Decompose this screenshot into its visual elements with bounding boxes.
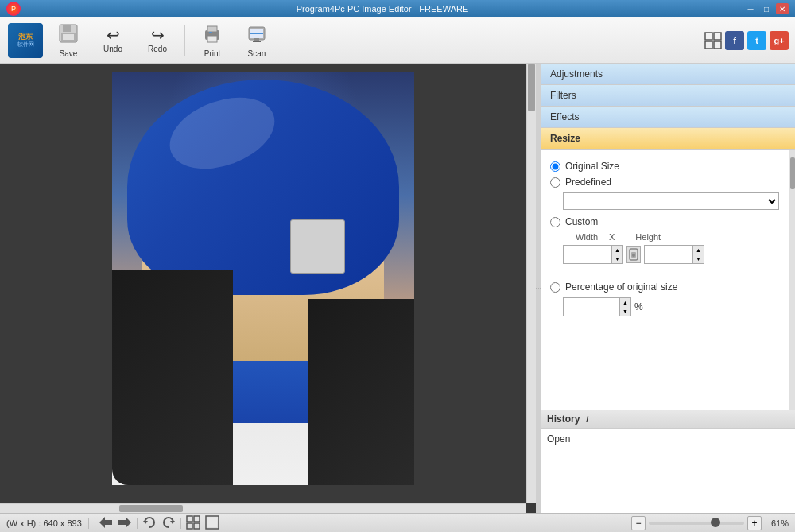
rotate-left-icon[interactable] <box>142 515 157 531</box>
status-bar: (W x H) : 640 x 893 <box>0 513 795 532</box>
height-input-wrap: ▲ ▼ <box>644 245 704 264</box>
panel-content-area: Original Size Predefined Custom <box>541 150 795 410</box>
predefined-label[interactable]: Predefined <box>565 177 611 188</box>
tab-adjustments[interactable]: Adjustments <box>541 64 795 85</box>
image-dimensions: (W x H) : 640 x 893 <box>6 518 82 528</box>
window-controls[interactable]: ─ □ ✕ <box>744 3 789 14</box>
svg-rect-13 <box>705 33 712 40</box>
height-input[interactable] <box>645 246 692 263</box>
rotate-right-icon[interactable] <box>161 515 176 531</box>
original-size-radio[interactable] <box>550 161 560 172</box>
height-spin-up[interactable]: ▲ <box>692 246 704 254</box>
height-spin-down[interactable]: ▼ <box>692 254 704 263</box>
grid-view-icon[interactable] <box>186 515 200 531</box>
zoom-slider[interactable] <box>649 522 744 525</box>
zoom-level: 61% <box>765 518 789 528</box>
image-container <box>112 72 414 485</box>
custom-radio[interactable] <box>550 217 560 227</box>
menu-grid-icon[interactable] <box>704 32 722 49</box>
svg-rect-1 <box>63 25 71 32</box>
toolbar-divider <box>184 25 185 56</box>
percent-spin-up[interactable]: ▲ <box>619 298 630 307</box>
predefined-radio[interactable] <box>550 177 560 188</box>
svg-rect-26 <box>187 523 192 529</box>
flip-h-icon[interactable] <box>99 515 113 531</box>
save-button[interactable]: Save <box>48 21 89 60</box>
single-view-icon[interactable] <box>205 515 219 531</box>
tab-filters[interactable]: Filters <box>541 85 795 107</box>
scan-label: Scan <box>248 49 266 58</box>
canvas-vscroll-thumb[interactable] <box>528 64 535 111</box>
flip-v-icon[interactable] <box>118 515 132 531</box>
close-button[interactable]: ✕ <box>776 3 789 14</box>
percent-input[interactable] <box>564 298 619 316</box>
tab-filters-label: Filters <box>550 90 576 101</box>
canvas-vertical-scrollbar[interactable] <box>526 64 536 503</box>
predefined-dropdown-row <box>563 192 779 210</box>
undo-label: Undo <box>103 45 122 53</box>
facebook-icon[interactable]: f <box>725 31 744 50</box>
custom-label[interactable]: Custom <box>565 216 598 227</box>
canvas-horizontal-scrollbar[interactable] <box>0 503 526 513</box>
canvas-area[interactable] <box>0 64 536 513</box>
svg-rect-3 <box>63 34 74 40</box>
twitter-icon[interactable]: t <box>747 31 766 50</box>
minimize-button[interactable]: ─ <box>744 3 757 14</box>
tab-adjustments-label: Adjustments <box>550 68 603 80</box>
percent-spin-down[interactable]: ▼ <box>619 307 630 316</box>
svg-point-19 <box>632 254 635 257</box>
svg-rect-29 <box>207 518 217 527</box>
canvas-scroll[interactable] <box>0 64 536 513</box>
print-button[interactable]: Print <box>192 21 233 60</box>
status-separator-2 <box>137 518 138 529</box>
resize-panel-content: Original Size Predefined Custom <box>541 150 789 410</box>
status-separator-3 <box>180 518 181 529</box>
zoom-in-button[interactable]: + <box>747 516 762 530</box>
link-dimensions-btn[interactable] <box>626 246 641 263</box>
zoom-out-button[interactable]: − <box>631 516 646 530</box>
width-input-wrap: ▲ ▼ <box>563 245 623 264</box>
width-input[interactable] <box>564 246 611 263</box>
svg-rect-27 <box>194 523 200 529</box>
window-title: Program4Pc PC Image Editor - FREEWARE <box>297 4 469 14</box>
logo-text: 泡东 <box>18 33 33 41</box>
panel-vertical-scrollbar[interactable] <box>789 150 795 410</box>
photo-display <box>112 72 414 485</box>
percent-input-wrap: ▲ ▼ <box>563 297 631 316</box>
percent-spinners: ▲ ▼ <box>619 298 630 316</box>
app-logo: P <box>6 2 21 16</box>
svg-rect-24 <box>187 516 192 522</box>
history-slash: / <box>586 414 588 424</box>
zoom-slider-thumb[interactable] <box>711 518 720 527</box>
predefined-select[interactable] <box>563 192 779 210</box>
width-spin-down[interactable]: ▼ <box>611 254 622 263</box>
percentage-group: Percentage of original size <box>550 282 779 293</box>
main-area: ⋮ Adjustments Filters Effects Resize <box>0 64 795 513</box>
redo-icon: ↪ <box>151 27 165 43</box>
googleplus-icon[interactable]: g+ <box>770 31 789 50</box>
toolbar: 泡东 软件网 Save ↩ Undo ↪ Redo <box>0 17 795 64</box>
svg-rect-16 <box>714 41 721 49</box>
tab-effects-label: Effects <box>550 111 579 122</box>
undo-button[interactable]: ↩ Undo <box>92 21 134 60</box>
height-spinners: ▲ ▼ <box>692 246 704 263</box>
tab-effects[interactable]: Effects <box>541 107 795 128</box>
percentage-radio[interactable] <box>550 282 560 293</box>
history-item-0: Open <box>547 432 789 446</box>
social-icons-group: f t g+ <box>704 31 789 50</box>
panel-tabs: Adjustments Filters Effects Resize <box>541 64 795 150</box>
dimension-inputs-row: ▲ ▼ <box>563 245 779 264</box>
redo-button[interactable]: ↪ Redo <box>137 21 178 60</box>
canvas-hscroll-thumb[interactable] <box>119 505 183 512</box>
scan-button[interactable]: Scan <box>236 21 277 60</box>
tab-resize[interactable]: Resize <box>541 128 795 150</box>
panel-vscroll-thumb[interactable] <box>790 157 795 189</box>
x-label: X <box>609 232 615 242</box>
original-size-label[interactable]: Original Size <box>565 161 619 172</box>
save-icon <box>57 22 80 48</box>
svg-rect-14 <box>714 33 721 40</box>
nav-icons-group[interactable] <box>99 515 219 531</box>
history-panel: History / Open <box>541 410 795 513</box>
maximize-button[interactable]: □ <box>760 3 773 14</box>
width-spin-up[interactable]: ▲ <box>611 246 622 254</box>
